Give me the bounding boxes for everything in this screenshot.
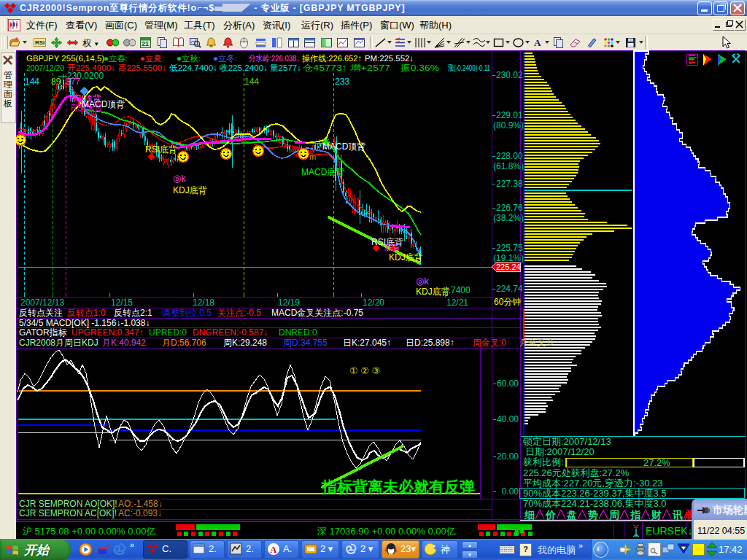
svg-text:(38.2%): (38.2%) xyxy=(493,213,524,223)
svg-text:日期:2007/12/20: 日期:2007/12/20 xyxy=(525,446,595,457)
svg-text:MACD顶背: MACD顶背 xyxy=(322,141,365,152)
svg-text:财: 财 xyxy=(651,509,662,521)
svg-text:226.76: 226.76 xyxy=(496,203,523,213)
svg-text:225.75: 225.75 xyxy=(496,243,523,253)
svg-text:60分钟: 60分钟 xyxy=(494,297,521,307)
svg-text:12/20: 12/20 xyxy=(363,298,384,308)
svg-text:KDJ底背: KDJ底背 xyxy=(389,252,423,262)
svg-text:r k: r k xyxy=(156,153,165,161)
svg-text:盘: 盘 xyxy=(566,509,577,521)
svg-text:CJR SEMPRON AC[OK]!AC:-0.093↓: CJR SEMPRON AC[OK]!AC:-0.093↓ xyxy=(19,508,162,518)
svg-text:233: 233 xyxy=(335,77,349,87)
svg-text:40.00: 40.00 xyxy=(497,414,519,424)
svg-text:60.00: 60.00 xyxy=(497,378,519,389)
svg-text:225.24: 225.24 xyxy=(496,262,521,271)
svg-text:锁定日期:2007/12/13: 锁定日期:2007/12/13 xyxy=(522,436,611,447)
svg-text:指: 指 xyxy=(630,509,641,521)
svg-text:21: 21 xyxy=(142,40,149,47)
svg-text:MACD顶背: MACD顶背 xyxy=(82,99,125,109)
svg-text:12/19: 12/19 xyxy=(278,298,300,308)
svg-text:2007/12/13: 2007/12/13 xyxy=(20,298,64,308)
svg-text:底背: 底背 xyxy=(384,243,400,252)
svg-text:细: 细 xyxy=(524,509,535,521)
svg-text:27.2%: 27.2% xyxy=(643,457,670,468)
svg-text:90%成本223.26-239.37,集中度3.5: 90%成本223.26-239.37,集中度3.5 xyxy=(523,488,667,499)
svg-text:指标背离未必就有反弹: 指标背离未必就有反弹 xyxy=(321,478,475,495)
svg-text:144: 144 xyxy=(244,77,259,87)
svg-text:229.01: 229.01 xyxy=(496,110,523,120)
svg-text:225.26元处获利盘:27.2%: 225.26元处获利盘:27.2% xyxy=(523,467,630,478)
svg-text:0.00: 0.00 xyxy=(502,486,519,497)
svg-text:4.7400: 4.7400 xyxy=(444,285,471,295)
svg-text:价: 价 xyxy=(545,509,557,521)
svg-text:(19.1%): (19.1%) xyxy=(493,253,524,263)
svg-text:228.00: 228.00 xyxy=(496,151,523,161)
svg-text:5/34/5 MACD[OK] -1.156↓-1.038↓: 5/34/5 MACD[OK] -1.156↓-1.038↓ xyxy=(19,318,150,328)
svg-text:12/18: 12/18 xyxy=(193,298,214,308)
svg-text:A: A xyxy=(270,544,277,555)
svg-text:A: A xyxy=(534,37,541,48)
svg-text:周: 周 xyxy=(608,509,619,521)
svg-text:20.00: 20.00 xyxy=(497,451,519,462)
svg-text:RSI: RSI xyxy=(35,39,44,46)
svg-text:MACD底背: MACD底背 xyxy=(301,167,344,177)
svg-text:平均成本:227.20元,穿透力:-30.23: 平均成本:227.20元,穿透力:-30.23 xyxy=(523,478,662,489)
svg-text:144: 144 xyxy=(25,77,39,87)
svg-text:反转点关注反转点1:0反转点2:1调整到位:0.5关注点:-: 反转点关注反转点1:0反转点2:1调整到位:0.5关注点:-0.5MACD金叉关… xyxy=(19,308,363,318)
svg-text:230.02: 230.02 xyxy=(496,70,523,80)
svg-text:(80.9%): (80.9%) xyxy=(493,120,524,131)
svg-text:讯: 讯 xyxy=(672,509,683,521)
svg-text:◎k: ◎k xyxy=(416,276,429,287)
svg-text:势: 势 xyxy=(587,509,598,521)
svg-text:12/15: 12/15 xyxy=(111,298,133,308)
svg-text:GBPJPY 255(6,14,5)●立春:●立夏:●立秋: GBPJPY 255(6,14,5)●立春:●立夏:●立秋:●立冬:分水岭:22… xyxy=(26,54,414,63)
svg-text:89: 89 xyxy=(51,77,61,87)
svg-text:KDJ底背: KDJ底背 xyxy=(173,185,207,195)
svg-text:获利比例:: 获利比例: xyxy=(523,456,564,467)
svg-text:m: m xyxy=(309,152,316,161)
svg-text:12/21: 12/21 xyxy=(446,298,468,308)
svg-text:CJR SEMPRON AO[OK]!AO:-1.458↓: CJR SEMPRON AO[OK]!AO:-1.458↓ xyxy=(19,499,163,509)
svg-text:227.38: 227.38 xyxy=(496,179,523,189)
svg-text:◎k: ◎k xyxy=(173,173,186,184)
svg-text:① ② ③: ① ② ③ xyxy=(349,365,380,376)
svg-text:377: 377 xyxy=(66,77,80,87)
svg-text:(61.8%): (61.8%) xyxy=(493,161,524,171)
svg-text:224.74: 224.74 xyxy=(496,284,523,294)
svg-text:70%成本224.21-238.06,集中度3.0: 70%成本224.21-238.06,集中度3.0 xyxy=(523,498,667,509)
